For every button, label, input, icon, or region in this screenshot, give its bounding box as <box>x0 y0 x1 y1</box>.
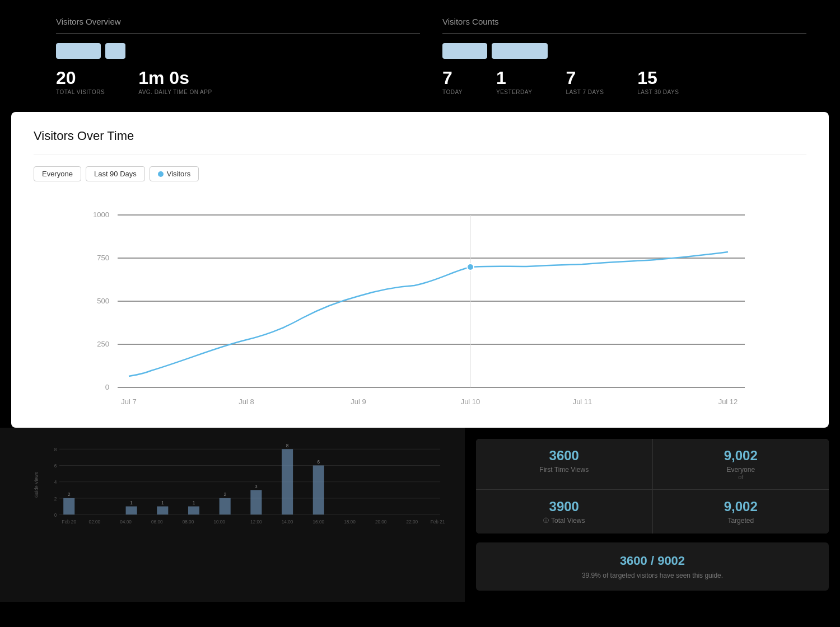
card-divider <box>34 155 806 155</box>
bar-label-0: 2 <box>68 492 71 497</box>
yesterday-value: 1 <box>496 69 532 87</box>
total-visitors-stat: 20 TOTAL VISITORS <box>56 69 105 95</box>
counts-filters <box>442 43 806 59</box>
bar-y-0: 0 <box>54 513 57 518</box>
info-icon: ⓘ <box>543 517 549 525</box>
x-label-jul12: Jul 12 <box>718 397 738 406</box>
avg-daily-time-value: 1m 0s <box>138 69 212 87</box>
bar-label-2: 1 <box>130 500 133 506</box>
total-views-label: ⓘ Total Views <box>487 517 641 525</box>
x-label-2200: 22:00 <box>407 520 418 525</box>
x-label-jul10: Jul 10 <box>461 397 480 406</box>
first-time-views-value: 3600 <box>487 448 641 464</box>
first-time-views-cell: 3600 First Time Views <box>476 439 652 489</box>
counts-filter-btn-2[interactable] <box>492 43 548 59</box>
today-label: TODAY <box>442 89 463 95</box>
chart-container: 1000 750 500 250 0 Jul 7 Jul 8 Jul 9 Jul… <box>34 198 806 411</box>
overview-filter-btn-2[interactable] <box>105 43 125 59</box>
targeted-cell: 9,002 Targeted <box>653 490 829 534</box>
visitors-label: Visitors <box>167 170 190 178</box>
bar-5 <box>220 498 231 514</box>
bar-6 <box>250 490 262 514</box>
x-label-jul8: Jul 8 <box>239 397 254 406</box>
bar-chart-section: 8 6 4 2 0 Guide Views 2 1 1 1 <box>0 428 465 602</box>
ratio-value: 3600 / 9002 <box>487 554 818 568</box>
x-label-2000: 20:00 <box>375 520 387 525</box>
overview-filter-btn-1[interactable] <box>56 43 101 59</box>
bar-3 <box>157 507 168 515</box>
last-30-days-value: 15 <box>637 69 679 87</box>
bar-8 <box>313 465 324 514</box>
bar-label-8: 6 <box>318 460 320 465</box>
x-label-0800: 08:00 <box>183 520 194 525</box>
visitors-counts-section: Visitors Counts 7 TODAY 1 YESTERDAY 7 LA… <box>420 17 806 95</box>
bar-y-2: 2 <box>54 497 57 502</box>
x-label-1600: 16:00 <box>313 520 325 525</box>
right-stats-section: 3600 First Time Views 9,002 Everyone of … <box>465 428 840 602</box>
avg-daily-time-label: AVG. DAILY TIME ON APP <box>138 89 212 95</box>
bar-4 <box>188 507 199 515</box>
today-value: 7 <box>442 69 463 87</box>
card-title: Visitors Over Time <box>34 129 806 143</box>
x-label-0200: 02:00 <box>89 520 101 525</box>
x-label-1200: 12:00 <box>250 520 262 525</box>
y-label-1000: 1000 <box>93 210 109 219</box>
ratio-card: 3600 / 9002 39.9% of targeted visitors h… <box>476 542 829 591</box>
x-label-0600: 06:00 <box>151 520 163 525</box>
bar-chart-svg: 8 6 4 2 0 Guide Views 2 1 1 1 <box>11 433 470 562</box>
bar-2 <box>126 507 137 515</box>
total-visitors-value: 20 <box>56 69 105 87</box>
x-label-feb20: Feb 20 <box>62 520 76 525</box>
bar-label-6: 3 <box>255 484 258 489</box>
bottom-section: 8 6 4 2 0 Guide Views 2 1 1 1 <box>0 428 840 602</box>
targeted-value: 9,002 <box>664 499 818 514</box>
bar-y-title: Guide Views <box>34 472 39 498</box>
counts-stats: 7 TODAY 1 YESTERDAY 7 LAST 7 DAYS 15 LAS… <box>442 69 806 95</box>
visitors-dot <box>158 171 164 177</box>
ratio-label: 39.9% of targeted visitors have seen thi… <box>487 572 818 579</box>
visitors-overview-title: Visitors Overview <box>56 17 420 26</box>
visitors-overview-section: Visitors Overview 20 TOTAL VISITORS 1m 0… <box>56 17 420 95</box>
targeted-label: Targeted <box>664 517 818 525</box>
x-label-jul7: Jul 7 <box>121 397 136 406</box>
overview-filters <box>56 43 420 59</box>
last-7-days-label: LAST 7 DAYS <box>566 89 604 95</box>
x-label-1000: 10:00 <box>213 520 225 525</box>
counts-filter-btn-1[interactable] <box>442 43 487 59</box>
bar-label-5: 2 <box>223 492 226 497</box>
last-30-days-label: LAST 30 DAYS <box>637 89 679 95</box>
x-label-1400: 14:00 <box>282 520 293 525</box>
bar-y-6: 6 <box>54 464 57 469</box>
overview-stats: 20 TOTAL VISITORS 1m 0s AVG. DAILY TIME … <box>56 69 420 95</box>
filter-everyone-btn[interactable]: Everyone <box>34 166 81 181</box>
overview-divider <box>56 33 420 34</box>
x-label-feb21: Feb 21 <box>431 520 445 525</box>
everyone-cell: 9,002 Everyone of <box>653 439 829 489</box>
total-views-value: 3900 <box>487 499 641 514</box>
x-label-jul11: Jul 11 <box>573 397 592 406</box>
bar-label-3: 1 <box>161 500 164 506</box>
y-label-0: 0 <box>105 383 109 391</box>
stats-grid-card: 3600 First Time Views 9,002 Everyone of … <box>476 439 829 534</box>
yesterday-stat: 1 YESTERDAY <box>496 69 532 95</box>
filter-last90days-btn[interactable]: Last 90 Days <box>86 166 145 181</box>
first-time-views-label: First Time Views <box>487 466 641 474</box>
avg-daily-time-stat: 1m 0s AVG. DAILY TIME ON APP <box>138 69 212 95</box>
filter-visitors-btn[interactable]: Visitors <box>150 166 199 181</box>
bar-y-4: 4 <box>54 480 57 485</box>
total-views-cell: 3900 ⓘ Total Views <box>476 490 652 534</box>
counts-divider <box>442 33 806 34</box>
y-label-750: 750 <box>97 254 109 262</box>
line-chart-path <box>129 252 728 376</box>
x-label-jul9: Jul 9 <box>351 397 366 406</box>
bar-7 <box>282 449 293 514</box>
yesterday-label: YESTERDAY <box>496 89 532 95</box>
visitors-over-time-card: Visitors Over Time Everyone Last 90 Days… <box>11 112 829 428</box>
y-label-250: 250 <box>97 340 109 348</box>
last-30-days-stat: 15 LAST 30 DAYS <box>637 69 679 95</box>
everyone-value: 9,002 <box>664 448 818 464</box>
y-label-500: 500 <box>97 297 109 305</box>
visitors-counts-title: Visitors Counts <box>442 17 806 26</box>
bar-label-4: 1 <box>193 500 195 506</box>
chart-dot-jul10 <box>467 264 474 270</box>
